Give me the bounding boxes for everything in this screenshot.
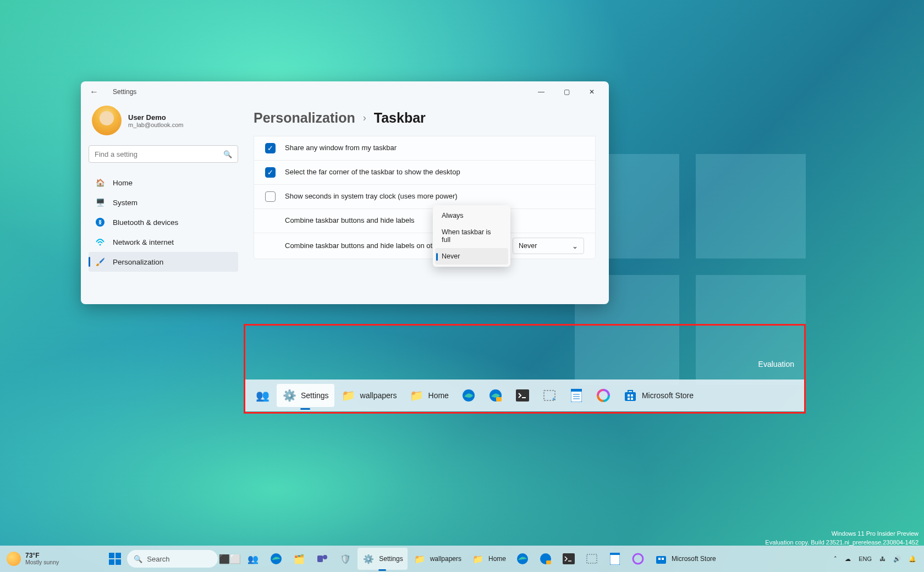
checkbox-icon[interactable]: ✓ bbox=[265, 167, 276, 178]
main-taskbar: 73°F Mostly sunny 🔍Search ⬛⬜ 👥 🗂️ 🛡️ ⚙️S… bbox=[0, 546, 924, 572]
taskbar-search[interactable]: 🔍Search bbox=[127, 550, 218, 568]
sidebar-item-network[interactable]: Network & internet bbox=[89, 232, 238, 252]
store-icon bbox=[654, 552, 668, 565]
chevron-down-icon: ⌄ bbox=[572, 242, 578, 250]
setting-share-window[interactable]: ✓Share any window from my taskbar bbox=[254, 136, 596, 160]
window-title: Settings bbox=[113, 88, 136, 96]
taskbar-item-notepad[interactable] bbox=[604, 548, 626, 570]
minimize-button[interactable]: — bbox=[529, 83, 554, 101]
user-account[interactable]: User Demo m_lab@outlook.com bbox=[89, 102, 238, 145]
windows-icon bbox=[108, 552, 122, 565]
watermark: Windows 11 Pro Insider Preview Evaluatio… bbox=[765, 530, 919, 547]
sidebar: User Demo m_lab@outlook.com 🔍 🏠Home 🖥️Sy… bbox=[81, 102, 246, 304]
tray-notifications[interactable]: 🔔 bbox=[905, 548, 920, 570]
svg-rect-28 bbox=[563, 553, 575, 564]
taskbar-item-explorer[interactable]: 🗂️ bbox=[288, 548, 310, 570]
settings-window: ← Settings — ▢ ✕ User Demo m_lab@outlook… bbox=[81, 81, 609, 304]
dropdown-option-always[interactable]: Always bbox=[435, 207, 508, 224]
settings-icon: ⚙️ bbox=[362, 552, 375, 565]
user-name: User Demo bbox=[128, 113, 183, 122]
weather-icon bbox=[7, 552, 21, 566]
svg-rect-23 bbox=[317, 556, 323, 562]
dropdown-option-when-full[interactable]: When taskbar is full bbox=[435, 224, 508, 248]
back-button[interactable]: ← bbox=[85, 83, 103, 101]
network-icon: 🖧 bbox=[879, 556, 886, 562]
chevron-up-icon: ˄ bbox=[834, 556, 837, 563]
tray-network[interactable]: 🖧 bbox=[876, 548, 889, 570]
setting-far-corner[interactable]: ✓Select the far corner of the taskbar to… bbox=[254, 160, 596, 184]
svg-rect-29 bbox=[587, 554, 597, 563]
svg-rect-19 bbox=[116, 553, 121, 558]
system-icon: 🖥️ bbox=[95, 197, 105, 207]
snip-icon bbox=[585, 552, 598, 565]
task-view-icon: ⬛⬜ bbox=[223, 552, 237, 565]
tray-onedrive[interactable]: ☁ bbox=[842, 548, 854, 570]
start-button[interactable] bbox=[104, 548, 126, 570]
svg-rect-27 bbox=[546, 560, 551, 564]
folder-icon: 📁 bbox=[413, 552, 426, 565]
edge-icon bbox=[270, 552, 283, 565]
dropdown-combine-other[interactable]: Never⌄ bbox=[513, 238, 584, 254]
taskbar-item-edge[interactable] bbox=[512, 548, 534, 570]
setting-combine-buttons: Combine taskbar buttons and hide labels bbox=[254, 208, 596, 233]
teams-icon bbox=[316, 552, 329, 565]
tray-language[interactable]: ENG bbox=[855, 548, 875, 570]
personalization-icon: 🖌️ bbox=[95, 257, 105, 267]
svg-point-32 bbox=[633, 554, 643, 564]
breadcrumb: Personalization › Taskbar bbox=[254, 102, 596, 136]
taskbar-item-wallpapers[interactable]: 📁wallpapers bbox=[409, 548, 466, 570]
taskbar-item-settings[interactable]: ⚙️Settings bbox=[358, 548, 407, 570]
svg-rect-35 bbox=[662, 558, 664, 560]
taskbar-item-edge-pre[interactable] bbox=[265, 548, 287, 570]
notepad-icon bbox=[608, 552, 622, 565]
volume-icon: 🔊 bbox=[893, 556, 901, 563]
svg-rect-20 bbox=[109, 559, 114, 565]
onedrive-icon: ☁ bbox=[845, 556, 851, 563]
search-icon: 🔍 bbox=[223, 150, 232, 158]
svg-rect-31 bbox=[610, 553, 620, 555]
annotation-highlight bbox=[244, 324, 806, 414]
setting-combine-buttons-other: Combine taskbar buttons and hide labels … bbox=[254, 233, 596, 259]
taskbar-item-edge-canary[interactable] bbox=[535, 548, 557, 570]
weather-widget[interactable]: 73°F Mostly sunny bbox=[0, 552, 65, 566]
content-pane: Personalization › Taskbar ✓Share any win… bbox=[246, 102, 609, 304]
taskbar-item-store[interactable]: Microsoft Store bbox=[650, 548, 721, 570]
bluetooth-icon bbox=[95, 217, 105, 227]
network-icon bbox=[95, 237, 105, 247]
checkbox-icon[interactable] bbox=[265, 191, 276, 202]
taskbar-item-snip[interactable] bbox=[581, 548, 603, 570]
setting-show-seconds[interactable]: Show seconds in system tray clock (uses … bbox=[254, 184, 596, 208]
edge-canary-icon bbox=[539, 552, 552, 565]
close-button[interactable]: ✕ bbox=[579, 83, 604, 101]
sidebar-item-home[interactable]: 🏠Home bbox=[89, 173, 238, 193]
maximize-button[interactable]: ▢ bbox=[554, 83, 579, 101]
tray-volume[interactable]: 🔊 bbox=[890, 548, 904, 570]
taskbar-item-terminal[interactable] bbox=[558, 548, 580, 570]
breadcrumb-parent[interactable]: Personalization bbox=[254, 110, 355, 126]
tray-chevron[interactable]: ˄ bbox=[831, 548, 840, 570]
taskbar-item-office[interactable] bbox=[627, 548, 649, 570]
checkbox-icon[interactable]: ✓ bbox=[265, 143, 276, 153]
svg-rect-18 bbox=[109, 553, 114, 558]
sidebar-item-system[interactable]: 🖥️System bbox=[89, 193, 238, 212]
edge-icon bbox=[516, 552, 529, 565]
folder-icon: 📁 bbox=[471, 552, 485, 565]
titlebar: ← Settings — ▢ ✕ bbox=[81, 81, 609, 102]
search-icon: 🔍 bbox=[134, 555, 142, 563]
svg-rect-21 bbox=[116, 559, 121, 565]
search-input[interactable]: 🔍 bbox=[89, 145, 238, 163]
task-view-button[interactable]: ⬛⬜ bbox=[219, 548, 241, 570]
sidebar-item-bluetooth[interactable]: Bluetooth & devices bbox=[89, 212, 238, 232]
taskbar-item-home[interactable]: 📁Home bbox=[467, 548, 510, 570]
dropdown-option-never[interactable]: Never bbox=[435, 248, 508, 265]
home-icon: 🏠 bbox=[95, 178, 105, 188]
feedback-icon: 👥 bbox=[246, 552, 260, 565]
dropdown-menu: Always When taskbar is full Never bbox=[433, 205, 510, 267]
taskbar-item-defender[interactable]: 🛡️ bbox=[334, 548, 356, 570]
sidebar-item-personalization[interactable]: 🖌️Personalization bbox=[89, 252, 238, 272]
taskbar-item-feedback[interactable]: 👥 bbox=[242, 548, 264, 570]
taskbar-item-teams[interactable] bbox=[311, 548, 333, 570]
svg-rect-33 bbox=[656, 556, 666, 564]
terminal-icon bbox=[562, 552, 575, 565]
chevron-right-icon: › bbox=[363, 112, 366, 124]
